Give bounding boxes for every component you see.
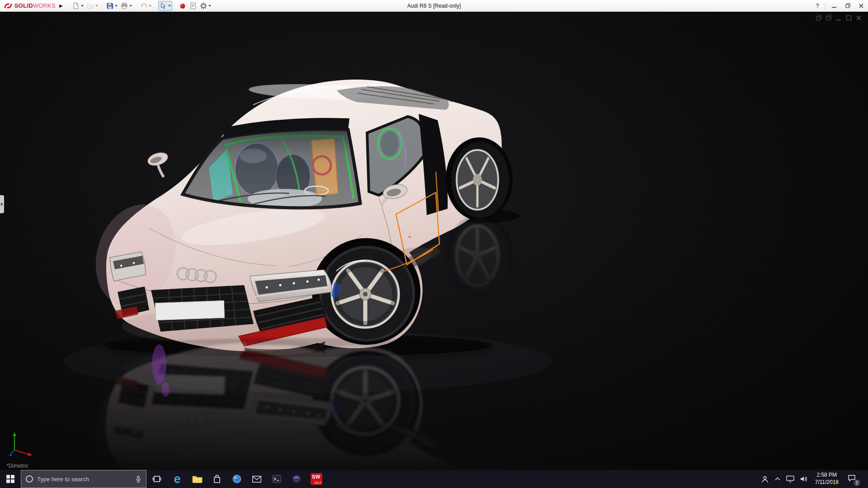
brand-works: WORKS bbox=[33, 2, 56, 9]
solidworks-logo-icon bbox=[4, 2, 13, 9]
sw-year: 2017 bbox=[314, 481, 321, 484]
separator bbox=[825, 2, 826, 9]
task-view-button[interactable] bbox=[146, 470, 167, 488]
quick-access-toolbar bbox=[71, 1, 212, 11]
taskbar-app-store[interactable] bbox=[207, 470, 227, 488]
license-plate[interactable] bbox=[155, 300, 224, 320]
reflection-artifact bbox=[152, 344, 166, 384]
taskbar-app-sphere[interactable] bbox=[287, 470, 307, 488]
graphics-area[interactable]: *Dimetric bbox=[0, 12, 868, 470]
undo-button[interactable] bbox=[139, 1, 153, 11]
console-icon bbox=[272, 475, 281, 483]
select-tool-button[interactable] bbox=[158, 1, 172, 11]
doc-close-icon[interactable] bbox=[856, 15, 862, 21]
rear-wheel-reflection bbox=[446, 215, 513, 298]
dropdown-caret[interactable] bbox=[129, 5, 132, 7]
solidworks-2017-icon: SW 2017 bbox=[311, 473, 322, 485]
cortana-icon bbox=[25, 475, 33, 483]
save-button[interactable] bbox=[105, 1, 119, 11]
volume-tray-icon[interactable] bbox=[800, 475, 808, 483]
titlebar: SOLIDWORKS ▶ bbox=[0, 0, 868, 12]
solidworks-logo: SOLIDWORKS bbox=[0, 2, 57, 9]
new-document-icon bbox=[72, 2, 80, 9]
brand-text: SOLIDWORKS bbox=[14, 2, 56, 9]
taskbar-app-file-explorer[interactable] bbox=[187, 470, 207, 488]
notification-badge: 2 bbox=[854, 479, 860, 486]
restore-button[interactable] bbox=[841, 0, 854, 11]
task-view-icon bbox=[152, 474, 161, 483]
dropdown-caret[interactable] bbox=[168, 5, 171, 7]
taskbar-app-edge[interactable]: e bbox=[167, 470, 187, 488]
doc-minimize-icon[interactable] bbox=[836, 15, 842, 21]
document-title: Audi R8 S [Read-only] bbox=[407, 3, 461, 9]
car-model[interactable] bbox=[83, 80, 520, 357]
windows-logo-icon bbox=[6, 475, 14, 483]
open-folder-icon bbox=[87, 2, 94, 9]
taskbar-app-mail[interactable] bbox=[247, 470, 267, 488]
document-window-controls bbox=[816, 15, 862, 21]
help-button[interactable]: ? bbox=[811, 2, 823, 9]
open-document-button[interactable] bbox=[85, 1, 99, 11]
taskbar-clock[interactable]: 2:58 PM 7/11/2018 bbox=[813, 472, 841, 486]
new-document-button[interactable] bbox=[71, 1, 85, 11]
restore-icon bbox=[845, 3, 850, 8]
orientation-triad bbox=[7, 430, 36, 460]
taskbar-app-browser[interactable] bbox=[227, 470, 247, 488]
start-button[interactable] bbox=[0, 470, 21, 488]
red-sphere-icon bbox=[179, 2, 186, 9]
windshield[interactable] bbox=[183, 129, 360, 208]
print-button[interactable] bbox=[119, 1, 133, 11]
solidworks-application: SOLIDWORKS ▶ bbox=[0, 0, 868, 488]
taskbar-app-console[interactable] bbox=[267, 470, 287, 488]
model-canvas[interactable] bbox=[0, 12, 868, 470]
store-bag-icon bbox=[213, 474, 221, 483]
brand-solid: SOLID bbox=[14, 2, 33, 9]
xpress-products-button[interactable] bbox=[178, 1, 188, 11]
search-input[interactable] bbox=[37, 476, 131, 483]
people-tray-icon[interactable] bbox=[761, 475, 769, 483]
dropdown-caret[interactable] bbox=[149, 5, 151, 7]
undo-arrow-icon bbox=[140, 2, 147, 9]
clock-date: 7/11/2018 bbox=[815, 479, 839, 486]
reflection-artifact bbox=[161, 382, 170, 397]
sphere-app-icon bbox=[292, 474, 301, 483]
taskbar-search[interactable] bbox=[21, 470, 146, 488]
cascade-icon[interactable] bbox=[816, 15, 822, 21]
gear-icon bbox=[200, 2, 207, 9]
printer-icon bbox=[121, 2, 128, 9]
edge-icon: e bbox=[174, 473, 180, 485]
menu-expand-button[interactable]: ▶ bbox=[57, 1, 65, 11]
cascade-icon[interactable] bbox=[826, 15, 832, 21]
feature-panel-tab[interactable] bbox=[0, 195, 4, 213]
window-controls: ? bbox=[811, 0, 868, 11]
left-mirror[interactable] bbox=[146, 150, 170, 177]
clock-time: 2:58 PM bbox=[815, 472, 839, 479]
close-icon bbox=[859, 4, 863, 8]
document-properties-icon bbox=[189, 2, 197, 9]
display-tray-icon[interactable] bbox=[786, 475, 794, 483]
dropdown-caret[interactable] bbox=[95, 5, 98, 7]
browser-globe-icon bbox=[232, 474, 241, 483]
expand-arrow-icon bbox=[1, 202, 3, 206]
dropdown-caret[interactable] bbox=[81, 5, 84, 7]
close-button[interactable] bbox=[854, 0, 868, 11]
file-properties-button[interactable] bbox=[188, 1, 198, 11]
system-tray: 2:58 PM 7/11/2018 2 bbox=[761, 470, 868, 488]
microphone-icon[interactable] bbox=[135, 475, 142, 483]
triad-icon bbox=[7, 430, 36, 458]
dropdown-caret[interactable] bbox=[208, 5, 211, 7]
tray-overflow-chevron[interactable] bbox=[774, 477, 781, 481]
options-button[interactable] bbox=[198, 1, 212, 11]
taskbar-app-solidworks[interactable]: SW 2017 bbox=[307, 470, 326, 488]
windows-taskbar: e bbox=[0, 470, 868, 488]
action-center-button[interactable]: 2 bbox=[846, 473, 858, 485]
file-explorer-icon bbox=[192, 475, 203, 483]
mail-envelope-icon bbox=[252, 476, 261, 483]
doc-restore-icon[interactable] bbox=[846, 15, 852, 21]
rear-wheel[interactable] bbox=[446, 137, 513, 221]
select-arrow-icon bbox=[160, 2, 167, 9]
dropdown-caret[interactable] bbox=[115, 5, 118, 7]
view-orientation-label: *Dimetric bbox=[6, 463, 28, 469]
minimize-icon bbox=[832, 4, 836, 8]
minimize-button[interactable] bbox=[827, 0, 841, 11]
